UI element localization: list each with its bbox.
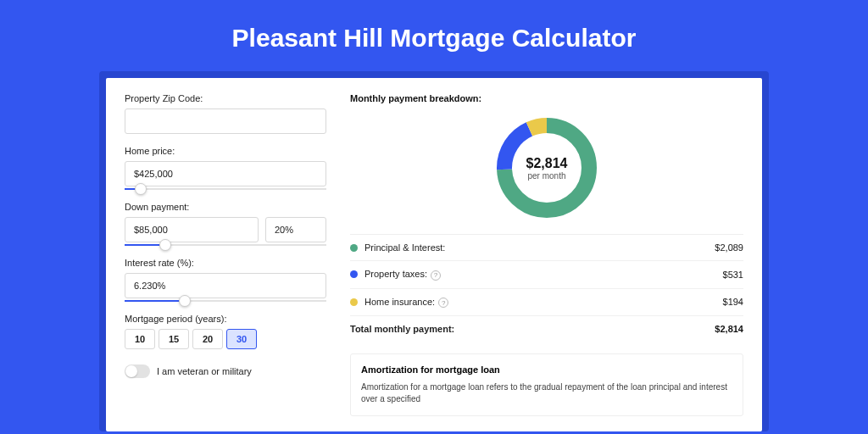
form-column: Property Zip Code: Home price: Down paym… (125, 93, 326, 416)
help-icon[interactable]: ? (438, 298, 448, 308)
downpayment-amount-input[interactable] (125, 217, 259, 242)
period-option-30[interactable]: 30 (226, 329, 257, 349)
price-label: Home price: (125, 146, 326, 156)
toggle-knob (125, 365, 137, 377)
page-title: Pleasant Hill Mortgage Calculator (0, 0, 868, 71)
legend-label: Home insurance:? (364, 297, 723, 309)
veteran-toggle[interactable] (125, 364, 150, 378)
veteran-row: I am veteran or military (125, 364, 326, 378)
rate-slider[interactable] (125, 300, 326, 302)
legend-dot (350, 244, 358, 252)
downpayment-percent-input[interactable] (265, 217, 326, 242)
legend-dot (350, 270, 358, 278)
legend-label: Property taxes:? (364, 269, 723, 281)
calculator-panel: Property Zip Code: Home price: Down paym… (106, 78, 762, 431)
veteran-label: I am veteran or military (157, 366, 252, 376)
donut-center: $2,814 per month (496, 117, 598, 219)
help-icon[interactable]: ? (431, 270, 441, 281)
period-options: 10152030 (125, 329, 326, 349)
period-label: Mortgage period (years): (125, 314, 326, 324)
legend-total-value: $2,814 (715, 324, 743, 334)
legend-row: Principal & Interest:$2,089 (350, 235, 743, 261)
downpayment-label: Down payment: (125, 202, 326, 212)
price-slider-thumb[interactable] (135, 183, 147, 195)
donut-sub: per month (527, 171, 565, 181)
zip-input[interactable] (125, 108, 326, 134)
zip-field: Property Zip Code: (125, 93, 326, 134)
amortization-text: Amortization for a mortgage loan refers … (361, 381, 732, 405)
legend-row: Home insurance:?$194 (350, 289, 743, 317)
rate-input[interactable] (125, 273, 326, 298)
rate-label: Interest rate (%): (125, 258, 326, 268)
downpayment-slider[interactable] (125, 244, 326, 246)
period-option-15[interactable]: 15 (159, 329, 189, 349)
rate-slider-fill (125, 300, 185, 302)
legend-value: $2,089 (715, 242, 743, 253)
amortization-title: Amortization for mortgage loan (361, 364, 732, 375)
amortization-card: Amortization for mortgage loan Amortizat… (350, 353, 743, 416)
price-slider[interactable] (125, 188, 326, 190)
legend-dot (350, 298, 358, 306)
donut-chart-wrap: $2,814 per month (350, 108, 743, 234)
downpayment-field: Down payment: (125, 202, 326, 246)
calculator-panel-shadow: Property Zip Code: Home price: Down paym… (99, 71, 769, 431)
donut-amount: $2,814 (526, 156, 568, 171)
period-field: Mortgage period (years): 10152030 (125, 314, 326, 349)
zip-label: Property Zip Code: (125, 93, 326, 103)
breakdown-column: Monthly payment breakdown: $2,814 per mo… (350, 93, 743, 416)
donut-chart: $2,814 per month (496, 117, 598, 219)
price-input[interactable] (125, 161, 326, 186)
rate-slider-thumb[interactable] (179, 295, 191, 307)
legend-row-total: Total monthly payment:$2,814 (350, 316, 743, 342)
period-option-20[interactable]: 20 (192, 329, 223, 349)
legend-value: $194 (723, 297, 743, 307)
legend-row: Property taxes:?$531 (350, 261, 743, 289)
breakdown-title: Monthly payment breakdown: (350, 93, 743, 103)
period-option-10[interactable]: 10 (125, 329, 155, 349)
legend-total-label: Total monthly payment: (350, 324, 715, 334)
legend-value: $531 (723, 270, 743, 280)
legend-label: Principal & Interest: (364, 242, 715, 253)
price-field: Home price: (125, 146, 326, 190)
downpayment-slider-thumb[interactable] (159, 239, 171, 251)
legend: Principal & Interest:$2,089Property taxe… (350, 234, 743, 342)
rate-field: Interest rate (%): (125, 258, 326, 302)
